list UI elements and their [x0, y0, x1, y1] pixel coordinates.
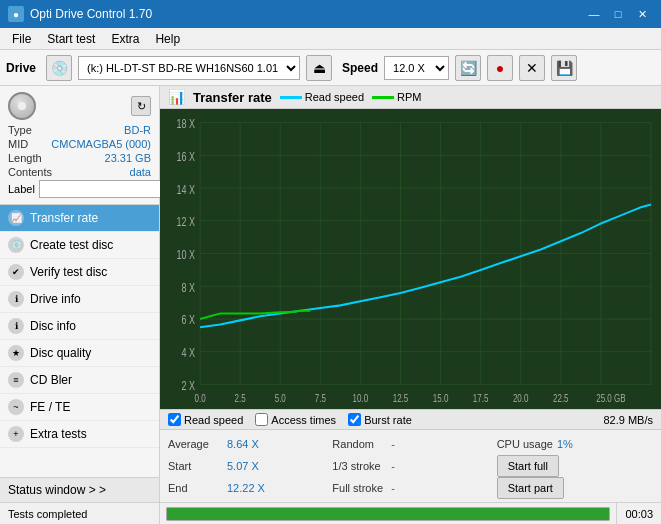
disc-label-input[interactable]: [39, 180, 172, 198]
nav-disc-info[interactable]: ℹ Disc info: [0, 313, 159, 340]
burst-rate-value-display: 82.9 MB/s: [603, 414, 653, 426]
status-window-btn[interactable]: Status window > >: [0, 477, 159, 502]
status-text: Tests completed: [0, 503, 160, 524]
close-button[interactable]: ✕: [631, 4, 653, 24]
chart-title: Transfer rate: [193, 90, 272, 105]
nav-extra-tests[interactable]: + Extra tests: [0, 421, 159, 448]
disc-contents-row: Contents data: [8, 166, 151, 178]
nav-verify-test-disc[interactable]: ✔ Verify test disc: [0, 259, 159, 286]
svg-text:17.5: 17.5: [473, 392, 489, 405]
stat-start-full-row: Start full: [497, 456, 653, 476]
status-window-label: Status window > >: [8, 483, 106, 497]
stat-random-row: Random -: [332, 434, 488, 454]
stat-start-value: 5.07 X: [227, 460, 267, 472]
stat-average-value: 8.64 X: [227, 438, 267, 450]
disc-mid-label: MID: [8, 138, 28, 150]
create-test-disc-icon: 💿: [8, 237, 24, 253]
legend-rpm-color: [372, 96, 394, 99]
stat-stroke-value: -: [391, 460, 395, 472]
nav-fe-te[interactable]: ~ FE / TE: [0, 394, 159, 421]
nav-extra-tests-label: Extra tests: [30, 427, 87, 441]
disc-type-label: Type: [8, 124, 32, 136]
app-icon: ●: [8, 6, 24, 22]
menu-start-test[interactable]: Start test: [39, 30, 103, 48]
menu-file[interactable]: File: [4, 30, 39, 48]
disc-refresh-btn[interactable]: ↻: [131, 96, 151, 116]
drive-icon-btn[interactable]: 💿: [46, 55, 72, 81]
chart-header: 📊 Transfer rate Read speed RPM: [160, 86, 661, 109]
drive-label: Drive: [6, 61, 36, 75]
svg-text:16 X: 16 X: [177, 149, 196, 163]
nav-disc-quality[interactable]: ★ Disc quality: [0, 340, 159, 367]
read-speed-checkbox[interactable]: [168, 413, 181, 426]
disc-mid-value: CMCMAGBA5 (000): [51, 138, 151, 150]
svg-text:8 X: 8 X: [182, 280, 196, 294]
start-part-button[interactable]: Start part: [497, 477, 564, 499]
stat-average-row: Average 8.64 X: [168, 434, 324, 454]
verify-test-disc-icon: ✔: [8, 264, 24, 280]
stat-cpu-value: 1%: [557, 438, 597, 450]
save-btn[interactable]: 💾: [551, 55, 577, 81]
cd-bler-icon: ≡: [8, 372, 24, 388]
svg-text:22.5: 22.5: [553, 392, 569, 405]
stat-stroke-row: 1/3 stroke -: [332, 456, 488, 476]
stat-end-label: End: [168, 482, 223, 494]
stat-stroke-label: 1/3 stroke: [332, 460, 387, 472]
eject-btn[interactable]: ⏏: [306, 55, 332, 81]
nav-cd-bler[interactable]: ≡ CD Bler: [0, 367, 159, 394]
nav-drive-info[interactable]: ℹ Drive info: [0, 286, 159, 313]
extra-tests-icon: +: [8, 426, 24, 442]
drive-info-icon: ℹ: [8, 291, 24, 307]
disc-quality-icon: ★: [8, 345, 24, 361]
stat-start-label: Start: [168, 460, 223, 472]
chart-wrapper: 18 X 16 X 14 X 12 X 10 X 8 X 6 X 4 X 2 X…: [160, 109, 661, 409]
menu-extra[interactable]: Extra: [103, 30, 147, 48]
legend-read-speed-color: [280, 96, 302, 99]
svg-text:12.5: 12.5: [393, 392, 409, 405]
disc-mid-row: MID CMCMAGBA5 (000): [8, 138, 151, 150]
access-times-checkbox-label[interactable]: Access times: [271, 414, 336, 426]
disc-contents-label: Contents: [8, 166, 52, 178]
access-times-checkbox[interactable]: [255, 413, 268, 426]
chart-svg: 18 X 16 X 14 X 12 X 10 X 8 X 6 X 4 X 2 X…: [160, 109, 661, 409]
stat-average-label: Average: [168, 438, 223, 450]
stat-start-part-row: Start part: [497, 478, 653, 498]
svg-text:0.0: 0.0: [195, 392, 206, 405]
refresh-btn[interactable]: 🔄: [455, 55, 481, 81]
burst-rate-checkbox-item: Burst rate: [348, 413, 412, 426]
nav-create-test-disc-label: Create test disc: [30, 238, 113, 252]
start-full-button[interactable]: Start full: [497, 455, 559, 477]
menu-help[interactable]: Help: [147, 30, 188, 48]
legend-read-speed-label: Read speed: [305, 91, 364, 103]
speed-label: Speed: [342, 61, 378, 75]
disc-panel: ↻ Type BD-R MID CMCMAGBA5 (000) Length 2…: [0, 86, 159, 205]
nav-create-test-disc[interactable]: 💿 Create test disc: [0, 232, 159, 259]
burst-rate-checkbox-label[interactable]: Burst rate: [364, 414, 412, 426]
stat-cpu-row: CPU usage 1%: [497, 434, 653, 454]
chart-controls: Read speed Access times Burst rate 82.9 …: [160, 409, 661, 430]
disc-icon: [8, 92, 36, 120]
read-speed-checkbox-label[interactable]: Read speed: [184, 414, 243, 426]
title-bar: ● Opti Drive Control 1.70 — □ ✕: [0, 0, 661, 28]
drive-selector[interactable]: (k:) HL-DT-ST BD-RE WH16NS60 1.01: [78, 56, 300, 80]
burst-rate-checkbox[interactable]: [348, 413, 361, 426]
disc-length-value: 23.31 GB: [105, 152, 151, 164]
nav-disc-info-label: Disc info: [30, 319, 76, 333]
stat-full-stroke-label: Full stroke: [332, 482, 387, 494]
svg-text:14 X: 14 X: [177, 182, 196, 196]
nav-verify-test-disc-label: Verify test disc: [30, 265, 107, 279]
speed-selector[interactable]: 12.0 X ∨: [384, 56, 449, 80]
svg-text:6 X: 6 X: [182, 313, 196, 327]
erase-btn[interactable]: ✕: [519, 55, 545, 81]
svg-text:15.0: 15.0: [433, 392, 449, 405]
legend-read-speed: Read speed: [280, 91, 364, 103]
stat-end-row: End 12.22 X: [168, 478, 324, 498]
nav-menu: 📈 Transfer rate 💿 Create test disc ✔ Ver…: [0, 205, 159, 477]
sidebar: ↻ Type BD-R MID CMCMAGBA5 (000) Length 2…: [0, 86, 160, 502]
record-btn[interactable]: ●: [487, 55, 513, 81]
progress-bar-background: [166, 507, 610, 521]
nav-transfer-rate[interactable]: 📈 Transfer rate: [0, 205, 159, 232]
minimize-button[interactable]: —: [583, 4, 605, 24]
svg-text:5.0: 5.0: [275, 392, 286, 405]
maximize-button[interactable]: □: [607, 4, 629, 24]
